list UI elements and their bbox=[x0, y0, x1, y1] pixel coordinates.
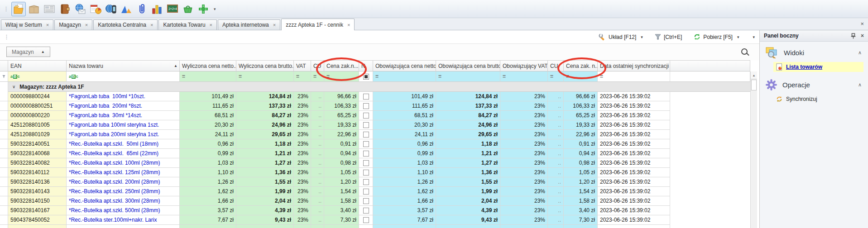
cell-wyl_netto[interactable]: 0,96 zł bbox=[180, 139, 236, 149]
cell-sync[interactable]: 2023-06-26 15:39:02 bbox=[598, 196, 670, 206]
section-widoki[interactable]: Widoki ∧ bbox=[760, 42, 868, 62]
column-header-wyl_brutto[interactable]: Wyliczona cena brutto... bbox=[236, 60, 294, 71]
cell-ob_vat[interactable]: 23% bbox=[500, 187, 548, 196]
cell-vat[interactable]: 23% bbox=[294, 130, 311, 139]
globe-mail-icon[interactable] bbox=[73, 2, 87, 16]
tab-witaj-w-sertum[interactable]: Witaj w Sertum× bbox=[1, 19, 53, 30]
tab-close-icon[interactable]: × bbox=[46, 22, 49, 28]
row-checkbox[interactable] bbox=[363, 103, 369, 109]
cell-name[interactable]: *Rec.-Butelka apt.szkl. 500ml (28mm) bbox=[67, 206, 180, 215]
cell-cu2[interactable]: .. bbox=[548, 168, 564, 177]
filter-cell-cena_zak[interactable]: = bbox=[324, 71, 359, 82]
cell-ean[interactable]: 0000000800220 bbox=[8, 111, 67, 120]
cell-vat[interactable]: 23% bbox=[294, 187, 311, 196]
secondary-toolbar-grip[interactable]: ⋮ bbox=[4, 33, 10, 40]
group-by-chip-magazyn[interactable]: Magazyn ▲ bbox=[6, 47, 50, 57]
cell-ob_brutto[interactable]: 84,27 zł bbox=[436, 111, 500, 120]
cell-name[interactable]: *FagronLab tuba 30ml *14szt. bbox=[67, 111, 180, 120]
cell-ob_brutto[interactable]: 24,96 zł bbox=[436, 120, 500, 130]
cell-ean[interactable]: 4251208801005 bbox=[8, 120, 67, 130]
cell-name[interactable]: *Rec.-Butelka apt.szkl. 250ml (28mm) bbox=[67, 187, 180, 196]
cell-vat[interactable]: 23% bbox=[294, 196, 311, 206]
cell-cu[interactable]: .. bbox=[311, 111, 324, 120]
cell-wyl_brutto[interactable]: 1,18 zł bbox=[236, 139, 294, 149]
cell-wyl_netto[interactable]: 1,26 zł bbox=[180, 177, 236, 187]
cell-sync[interactable]: 2023-06-26 15:39:02 bbox=[598, 139, 670, 149]
column-header-cu[interactable]: CU bbox=[311, 60, 324, 71]
column-header-name[interactable]: Nazwa towaru▲ bbox=[67, 60, 180, 71]
cell-cena_zak[interactable]: 7,30 zł bbox=[324, 215, 359, 225]
cell-ob_netto[interactable]: 3,57 zł bbox=[373, 206, 436, 215]
column-header-cu2[interactable]: CU bbox=[548, 60, 564, 71]
cell-cena_zak2[interactable]: 0,94 zł bbox=[564, 149, 598, 158]
indeterminate-filter-checkbox[interactable] bbox=[363, 74, 369, 80]
cell-cu2[interactable]: .. bbox=[548, 120, 564, 130]
chart-triangle-icon[interactable] bbox=[119, 2, 134, 16]
cell-wyl_brutto[interactable]: 1,55 zł bbox=[236, 177, 294, 187]
cell-check[interactable] bbox=[359, 206, 373, 215]
column-header-ob_vat[interactable]: Obowiązujący VAT bbox=[500, 60, 548, 71]
cell-cena_zak2[interactable]: 106,33 zł bbox=[564, 101, 598, 111]
row-checkbox[interactable] bbox=[363, 132, 369, 138]
column-header-wyl_netto[interactable]: Wyliczona cena netto... bbox=[180, 60, 236, 71]
cell-vat[interactable]: 23% bbox=[294, 149, 311, 158]
cell-cena_zak[interactable]: 1,20 zł bbox=[324, 177, 359, 187]
cell-ob_brutto[interactable]: 1,27 zł bbox=[436, 158, 500, 168]
cell-ean[interactable]: 5903228140051 bbox=[8, 139, 67, 149]
group-row[interactable]: ∨ Magazyn: zzzz Apteka 1F bbox=[0, 82, 750, 92]
cell-vat[interactable]: 23% bbox=[294, 177, 311, 187]
column-header-cena_zak[interactable]: Cena zak.n... bbox=[324, 60, 359, 71]
filter-cell-name[interactable]: aBc bbox=[67, 71, 180, 82]
row-checkbox[interactable] bbox=[363, 179, 369, 185]
cell-vat[interactable]: 23% bbox=[294, 101, 311, 111]
cell-wyl_netto[interactable]: 1,10 zł bbox=[180, 168, 236, 177]
widoki-collapse-icon[interactable]: ∧ bbox=[858, 50, 862, 56]
row-checkbox[interactable] bbox=[363, 189, 369, 195]
cell-cena_zak[interactable]: 0,91 zł bbox=[324, 139, 359, 149]
cell-ob_netto[interactable]: 1,62 zł bbox=[373, 187, 436, 196]
cell-wyl_netto[interactable]: 101,49 zł bbox=[180, 92, 236, 101]
cell-cu2[interactable]: .. bbox=[548, 149, 564, 158]
cell-ob_brutto[interactable]: 1,55 zł bbox=[436, 177, 500, 187]
cell-cu[interactable]: .. bbox=[311, 215, 324, 225]
cell-cena_zak2[interactable]: 96,66 zł bbox=[564, 92, 598, 101]
column-header-cena_zak2[interactable]: Cena zak. n... bbox=[564, 60, 598, 71]
filter-cell-wyl_brutto[interactable]: = bbox=[236, 71, 294, 82]
cell-cu[interactable]: .. bbox=[311, 196, 324, 206]
cell-ean[interactable]: 5903228140136 bbox=[8, 177, 67, 187]
cell-sync[interactable]: 2023-06-26 15:39:02 bbox=[598, 168, 670, 177]
cell-ob_brutto[interactable]: 9,43 zł bbox=[436, 215, 500, 225]
cell-cena_zak2[interactable]: 1,54 zł bbox=[564, 187, 598, 196]
cell-ean[interactable]: 0000098800244 bbox=[8, 92, 67, 101]
tab-kartoteka-centralna[interactable]: Kartoteka Centralna× bbox=[93, 19, 158, 30]
cell-sync[interactable]: 2023-06-26 15:39:02 bbox=[598, 149, 670, 158]
cell-cu[interactable]: .. bbox=[311, 187, 324, 196]
list-item-lista-towarow[interactable]: Lista towarów bbox=[773, 62, 863, 72]
column-header-vat[interactable]: VAT bbox=[294, 60, 311, 71]
cell-check[interactable] bbox=[359, 187, 373, 196]
layout-button[interactable]: Układ [F12] ▾ bbox=[599, 33, 643, 41]
tab-close-icon[interactable]: × bbox=[210, 22, 212, 28]
cell-cena_zak2[interactable]: 1,58 zł bbox=[564, 196, 598, 206]
row-checkbox[interactable] bbox=[363, 208, 369, 214]
cell-wyl_netto[interactable]: 111,65 zł bbox=[180, 101, 236, 111]
calendar-stats-icon[interactable] bbox=[88, 2, 103, 16]
cell-sync[interactable]: 2023-06-26 15:39:02 bbox=[598, 130, 670, 139]
scrollbar-thumb[interactable] bbox=[751, 80, 757, 90]
cell-wyl_brutto[interactable]: 1,99 zł bbox=[236, 187, 294, 196]
collapse-group-icon[interactable]: ∨ bbox=[12, 84, 15, 89]
cell-vat[interactable]: 23% bbox=[294, 111, 311, 120]
filter-cell-cena_zak2[interactable]: = bbox=[564, 71, 598, 82]
filter-cell-ean[interactable]: aBc bbox=[8, 71, 67, 82]
cell-cu[interactable]: .. bbox=[311, 130, 324, 139]
cell-cena_zak[interactable]: 106,33 zł bbox=[324, 101, 359, 111]
tab-magazyn[interactable]: Magazyn× bbox=[54, 19, 92, 30]
cell-cu[interactable]: .. bbox=[311, 177, 324, 187]
cell-sync[interactable]: 2023-06-26 15:39:02 bbox=[598, 120, 670, 130]
cell-cu[interactable]: .. bbox=[311, 120, 324, 130]
toolbar-grip[interactable]: ⋮ bbox=[3, 5, 9, 12]
newspaper-icon[interactable] bbox=[42, 2, 57, 16]
cell-wyl_netto[interactable]: 1,66 zł bbox=[180, 196, 236, 206]
cell-ob_netto[interactable]: 7,67 zł bbox=[373, 215, 436, 225]
row-checkbox[interactable] bbox=[363, 170, 369, 176]
